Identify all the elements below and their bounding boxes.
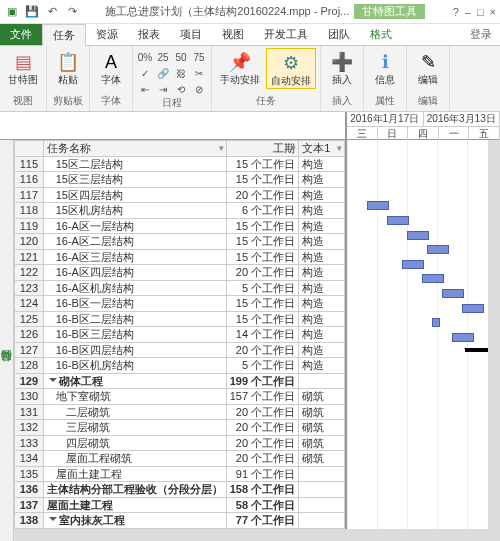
tab-report[interactable]: 报表 <box>128 24 170 45</box>
table-row[interactable]: 12616-B区三层结构14 个工作日构造 <box>15 327 345 343</box>
cell-name[interactable]: 15区二层结构 <box>43 156 226 172</box>
pct50-icon[interactable]: 50 <box>173 50 189 64</box>
table-row[interactable]: 11615区三层结构15 个工作日构造 <box>15 172 345 188</box>
tab-team[interactable]: 团队 <box>318 24 360 45</box>
cell-id[interactable]: 116 <box>15 172 44 188</box>
cell-id[interactable]: 135 <box>15 466 44 482</box>
cell-duration[interactable]: 199 个工作日 <box>226 373 298 389</box>
cell-name[interactable]: 砌体工程 <box>43 373 226 389</box>
cell-name[interactable]: 16-A区机房结构 <box>43 280 226 296</box>
cell-id[interactable]: 115 <box>15 156 44 172</box>
gantt-bar[interactable] <box>462 304 484 313</box>
cell-id[interactable]: 131 <box>15 404 44 420</box>
cell-name[interactable]: 二层砌筑 <box>43 404 226 420</box>
cell-text1[interactable] <box>299 513 345 529</box>
insert-button[interactable]: ➕插入 <box>325 48 359 87</box>
unlink-icon[interactable]: ⛓ <box>173 66 189 80</box>
table-row[interactable]: 11815区机房结构6 个工作日构造 <box>15 203 345 219</box>
edit-button[interactable]: ✎编辑 <box>411 48 445 87</box>
cell-text1[interactable]: 构造 <box>299 203 345 219</box>
cell-duration[interactable]: 158 个工作日 <box>226 482 298 498</box>
cell-text1[interactable]: 砌筑 <box>299 451 345 467</box>
link-icon[interactable]: 🔗 <box>155 66 171 80</box>
cell-duration[interactable]: 91 个工作日 <box>226 466 298 482</box>
info-button[interactable]: ℹ信息 <box>368 48 402 87</box>
cell-id[interactable]: 128 <box>15 358 44 374</box>
cell-text1[interactable]: 构造 <box>299 234 345 250</box>
cell-id[interactable]: 124 <box>15 296 44 312</box>
cell-text1[interactable] <box>299 466 345 482</box>
tab-developer[interactable]: 开发工具 <box>254 24 318 45</box>
col-text1[interactable]: 文本1 <box>299 141 345 157</box>
cell-name[interactable]: 16-B区机房结构 <box>43 358 226 374</box>
tab-format[interactable]: 格式 <box>360 24 402 45</box>
table-row[interactable]: 12516-B区二层结构15 个工作日构造 <box>15 311 345 327</box>
cell-duration[interactable]: 58 个工作日 <box>226 497 298 513</box>
cell-name[interactable]: 主体结构分部工程验收（分段分层） <box>43 482 226 498</box>
col-id[interactable] <box>15 141 44 157</box>
col-duration[interactable]: 工期 <box>226 141 298 157</box>
cell-duration[interactable]: 157 个工作日 <box>226 389 298 405</box>
gantt-bar[interactable] <box>432 318 440 327</box>
login-link[interactable]: 登录 <box>462 24 500 45</box>
cell-duration[interactable]: 15 个工作日 <box>226 234 298 250</box>
cell-name[interactable]: 四层砌筑 <box>43 435 226 451</box>
cell-text1[interactable] <box>299 482 345 498</box>
table-row[interactable]: 12216-A区四层结构20 个工作日构造 <box>15 265 345 281</box>
cell-duration[interactable]: 15 个工作日 <box>226 249 298 265</box>
cell-duration[interactable]: 6 个工作日 <box>226 203 298 219</box>
cell-id[interactable]: 127 <box>15 342 44 358</box>
cell-duration[interactable]: 15 个工作日 <box>226 156 298 172</box>
table-row[interactable]: 131二层砌筑20 个工作日砌筑 <box>15 404 345 420</box>
cell-text1[interactable]: 构造 <box>299 311 345 327</box>
cell-text1[interactable]: 构造 <box>299 172 345 188</box>
cell-id[interactable]: 123 <box>15 280 44 296</box>
inactivate-icon[interactable]: ⊘ <box>191 82 207 96</box>
cell-text1[interactable]: 构造 <box>299 187 345 203</box>
col-name[interactable]: 任务名称 <box>43 141 226 157</box>
indent-icon[interactable]: ⇥ <box>155 82 171 96</box>
table-row[interactable]: 12116-A区三层结构15 个工作日构造 <box>15 249 345 265</box>
cell-duration[interactable]: 77 个工作日 <box>226 513 298 529</box>
cell-id[interactable]: 134 <box>15 451 44 467</box>
split-icon[interactable]: ✂ <box>191 66 207 80</box>
gantt-bar[interactable] <box>452 333 474 342</box>
pct25-icon[interactable]: 25 <box>155 50 171 64</box>
tab-project[interactable]: 项目 <box>170 24 212 45</box>
cell-name[interactable]: 15区机房结构 <box>43 203 226 219</box>
cell-duration[interactable]: 5 个工作日 <box>226 280 298 296</box>
cell-duration[interactable]: 20 个工作日 <box>226 404 298 420</box>
cell-name[interactable]: 三层砌筑 <box>43 420 226 436</box>
table-row[interactable]: 12716-B区四层结构20 个工作日构造 <box>15 342 345 358</box>
table-row[interactable]: 11515区二层结构15 个工作日构造 <box>15 156 345 172</box>
scrollbar-vertical[interactable] <box>488 140 500 529</box>
gantt-bar[interactable] <box>442 289 464 298</box>
cell-name[interactable]: 16-A区二层结构 <box>43 234 226 250</box>
cell-id[interactable]: 122 <box>15 265 44 281</box>
cell-name[interactable]: 屋面土建工程 <box>43 466 226 482</box>
cell-text1[interactable]: 构造 <box>299 280 345 296</box>
cell-id[interactable]: 117 <box>15 187 44 203</box>
cell-name[interactable]: 屋面工程砌筑 <box>43 451 226 467</box>
pct75-icon[interactable]: 75 <box>191 50 207 64</box>
gantt-bar[interactable] <box>367 201 389 210</box>
cell-id[interactable]: 138 <box>15 513 44 529</box>
cell-id[interactable]: 126 <box>15 327 44 343</box>
cell-name[interactable]: 16-B区一层结构 <box>43 296 226 312</box>
collapse-icon[interactable] <box>49 378 57 386</box>
gantt-bar[interactable] <box>427 245 449 254</box>
manual-schedule-button[interactable]: 📌手动安排 <box>216 48 264 87</box>
pct100-icon[interactable]: ✓ <box>137 66 153 80</box>
font-button[interactable]: A字体 <box>94 48 128 87</box>
cell-text1[interactable]: 构造 <box>299 358 345 374</box>
cell-name[interactable]: 15区四层结构 <box>43 187 226 203</box>
gantt-bar[interactable] <box>407 231 429 240</box>
table-row[interactable]: 138室内抹灰工程77 个工作日 <box>15 513 345 529</box>
cell-duration[interactable]: 20 个工作日 <box>226 420 298 436</box>
cell-duration[interactable]: 14 个工作日 <box>226 327 298 343</box>
table-row[interactable]: 11916-A区一层结构15 个工作日构造 <box>15 218 345 234</box>
cell-text1[interactable]: 构造 <box>299 296 345 312</box>
table-row[interactable]: 11715区四层结构20 个工作日构造 <box>15 187 345 203</box>
cell-id[interactable]: 120 <box>15 234 44 250</box>
cell-name[interactable]: 16-B区三层结构 <box>43 327 226 343</box>
